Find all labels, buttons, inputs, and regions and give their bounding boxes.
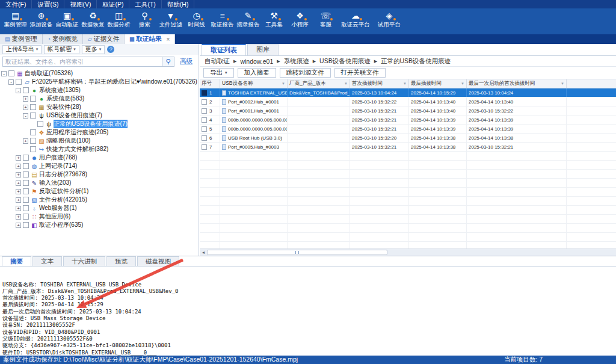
help-button[interactable]: ? [107, 46, 114, 53]
tree-checkbox[interactable] [30, 146, 36, 152]
tree-checkbox[interactable] [30, 138, 36, 144]
close-tab-icon[interactable]: × [166, 36, 170, 43]
table-row[interactable]: 2 Port_#0002.Hub_#0001 2025-03-10 15:32:… [200, 97, 616, 106]
menu-item[interactable]: 视图(V) [64, 0, 97, 8]
tree-checkbox[interactable] [23, 180, 29, 186]
tree-expander-icon[interactable]: + [16, 206, 21, 211]
column-header[interactable]: 最后一次启动的首次插拔时间 ▼ [467, 79, 567, 88]
tree-checkbox[interactable] [23, 222, 29, 228]
toolbar-data-recovery[interactable]: ♻ 数据恢复 [80, 10, 106, 28]
toolbar-mini-programs[interactable]: ❖ 小程序 [287, 10, 313, 28]
filter-icon[interactable]: ▼ [280, 82, 285, 85]
tab-case-management[interactable]: ▤ 案例管理 [0, 34, 43, 44]
tree-checkbox[interactable] [37, 121, 43, 127]
toolbar-toolkit[interactable]: ⚒ 工具集 [261, 10, 287, 28]
tree-item-thumbnail-info[interactable]: + ▨ 缩略图信息(100) [0, 137, 199, 145]
tree-item-auto-forensics[interactable]: - ▦ 自动取证(705326) [0, 69, 199, 78]
breadcrumb-item[interactable]: 正常的USB设备使用痕迹 [381, 57, 451, 66]
toolbar-timeline[interactable]: ◷ 时间线 [183, 10, 209, 28]
tree-expander-icon[interactable]: + [23, 105, 28, 110]
search-input[interactable] [2, 57, 162, 67]
tree-item-shortcut-parse[interactable]: ↪ 快捷方式文件解析(382) [0, 145, 199, 153]
table-row[interactable]: 7 Port_#0005.Hub_#0003 2025-03-10 15:32:… [200, 143, 616, 152]
tree-expander-icon[interactable]: - [16, 88, 21, 93]
scroll-left-icon[interactable]: ◂ [200, 250, 207, 255]
column-header[interactable]: USB设备名称 ▼ [220, 79, 288, 88]
column-header[interactable]: 最后插拔时间 ▼ [409, 79, 467, 88]
tree-checkbox[interactable] [23, 155, 29, 161]
tree-checkbox[interactable] [30, 113, 36, 119]
tree-expander-icon[interactable]: + [16, 223, 21, 228]
toolbar-auto-forensics[interactable]: ▣ 自动取证 [54, 10, 80, 28]
tree-item-evidence-window-e01[interactable]: - ▱ F:\2025平航杯密码：早起王的爱恋日记♥\window.e01(70… [0, 78, 199, 86]
tree-checkbox[interactable] [30, 96, 36, 102]
tree-expander-icon[interactable]: + [16, 180, 21, 186]
column-header[interactable]: 首次插拔时间 ▼ [350, 79, 409, 88]
tree-expander-icon[interactable]: + [16, 214, 21, 220]
tree-item-app-run-traces[interactable]: ❖ 应用程序运行痕迹(205) [0, 128, 199, 137]
tree-checkbox[interactable] [23, 197, 29, 203]
tree-expander-icon[interactable]: + [16, 155, 21, 161]
tab-hex[interactable]: 十六进制 [63, 256, 105, 266]
tree-item-system-traces[interactable]: - ● 系统痕迹(1305) [0, 86, 199, 94]
tree-item-other-apps[interactable]: + ∷ 其他应用(6) [0, 212, 199, 221]
row-checkbox[interactable] [202, 117, 207, 123]
table-row[interactable]: 4 000b.0000.0000.005.000.00... 2025-03-1… [200, 116, 616, 125]
row-checkbox[interactable] [202, 90, 207, 96]
filter-icon[interactable]: ▼ [343, 82, 348, 85]
tab-disk-view[interactable]: 磁盘视图 [137, 256, 179, 266]
tab-forensic-results[interactable]: ▦ 取证结果 × [125, 34, 175, 44]
tab-evidence-files[interactable]: ▱ 证据文件 [83, 34, 125, 44]
toolbar-file-filter[interactable]: ▼ 文件过滤 [158, 10, 183, 28]
breadcrumb-item[interactable]: window.e01 [240, 58, 273, 65]
tree-item-anti-forensics[interactable]: + ⚑ 反取证软件分析(1) [0, 187, 199, 196]
table-row[interactable]: 5 000b.0000.0000.005.000.00... 2025-03-1… [200, 125, 616, 134]
breadcrumb-item[interactable]: 自动取证 [205, 57, 230, 66]
tree-expander-icon[interactable]: - [23, 113, 28, 119]
toolbar-forensic-report[interactable]: ≡ 取证报告 [209, 10, 235, 28]
column-header[interactable]: 厂商_产品_版本 ▼ [288, 79, 350, 88]
tree-expander-icon[interactable]: + [16, 197, 21, 203]
column-header[interactable] [567, 79, 616, 88]
open-related-file-button[interactable]: 打开关联文件 [334, 68, 386, 78]
tree-checkbox[interactable] [23, 163, 29, 169]
toolbar-case-management[interactable]: ▤ 案例管理 [2, 10, 28, 28]
table-row[interactable]: 3 Port_#0001.Hub_#0001 2025-03-10 15:32:… [200, 106, 616, 116]
tree-expander-icon[interactable]: + [23, 96, 28, 102]
tree-checkbox[interactable] [16, 79, 22, 85]
advanced-search-link[interactable]: 高级 [180, 57, 192, 66]
horizontal-scrollbar[interactable]: ◂ [200, 248, 616, 256]
account-decrypt-button[interactable]: 帐号解密 ▾ [44, 45, 79, 54]
menu-item[interactable]: 取证(P) [97, 0, 129, 8]
toolbar-trial-platform[interactable]: ◈ 试用平台 [372, 10, 406, 28]
tab-text[interactable]: 文本 [32, 256, 62, 266]
row-checkbox[interactable] [202, 135, 207, 141]
scrollbar-thumb[interactable] [207, 250, 387, 255]
row-checkbox[interactable] [202, 144, 207, 150]
toolbar-search[interactable]: ⚲ 搜索 [132, 10, 158, 28]
tree-item-web-server[interactable]: + ♁ Web服务器(1) [0, 204, 199, 212]
filter-icon[interactable]: ▼ [402, 82, 407, 85]
tab-gallery[interactable]: 图库 [247, 44, 279, 55]
row-checkbox[interactable] [202, 126, 207, 132]
tab-preview[interactable]: 预览 [106, 256, 136, 266]
menu-item[interactable]: 文件(F) [0, 0, 32, 8]
tree-checkbox[interactable] [30, 129, 36, 135]
filter-icon[interactable]: ▼ [559, 82, 564, 85]
tree-item-installed-software[interactable]: + ▦ 安装软件(28) [0, 103, 199, 111]
breadcrumb-item[interactable]: USB设备使用痕迹 [319, 57, 371, 66]
tree-expander-icon[interactable]: - [8, 79, 14, 85]
export-button[interactable]: 导出 ▾ [203, 68, 234, 78]
tab-summary[interactable]: 摘要 [2, 256, 31, 266]
tree-item-log-analysis[interactable]: + ▤ 日志分析(279678) [0, 170, 199, 179]
tree-checkbox[interactable] [23, 214, 29, 220]
tree-expander-icon[interactable]: + [23, 138, 28, 144]
search-button[interactable]: ⚲ [162, 57, 174, 67]
tree-checkbox[interactable] [23, 87, 29, 93]
row-checkbox[interactable] [202, 108, 207, 114]
column-header[interactable]: 序号 [200, 79, 220, 88]
tab-case-overview[interactable]: ◔ 案例概览 [43, 34, 83, 44]
tree-item-normal-usb-traces[interactable]: ψ 正常的USB设备使用痕迹(7) [0, 120, 199, 128]
filter-icon[interactable]: ▼ [460, 82, 464, 85]
tree-item-internet-history[interactable]: + ◍ 上网记录(714) [0, 162, 199, 170]
